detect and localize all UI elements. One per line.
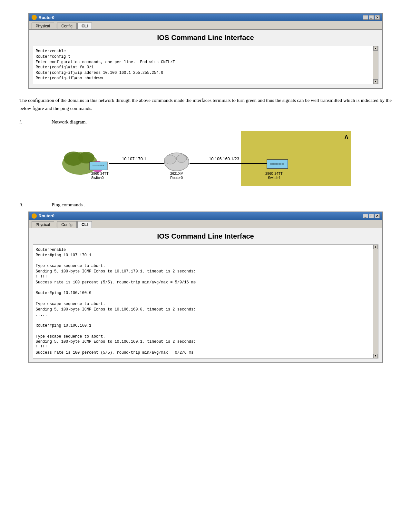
minimize-button[interactable]: _ bbox=[363, 15, 368, 20]
second-titlebar-left: Router0 bbox=[32, 213, 54, 219]
svg-text:Switch0: Switch0 bbox=[91, 176, 104, 180]
tab-config-1[interactable]: Config bbox=[57, 23, 77, 29]
scroll-up-1[interactable]: ▲ bbox=[373, 46, 378, 51]
first-router-window: Router0 _ □ ✕ Physical | Config CLI IOS … bbox=[28, 13, 383, 89]
second-router-icon bbox=[32, 213, 37, 219]
titlebar-left: Router0 bbox=[32, 15, 54, 20]
svg-text:10.106.160.1/23: 10.106.160.1/23 bbox=[209, 156, 239, 161]
svg-text:Router0: Router0 bbox=[170, 176, 183, 180]
first-window-title: Router0 bbox=[39, 15, 54, 20]
second-window-controls: _ □ ✕ bbox=[363, 214, 380, 218]
list-label-ii: ii. bbox=[19, 202, 52, 208]
second-scrollbar[interactable]: ▲ ▼ bbox=[373, 245, 378, 358]
tab-divider-2: | bbox=[55, 221, 57, 228]
router-icon bbox=[32, 15, 37, 20]
second-close-button[interactable]: ✕ bbox=[375, 214, 380, 218]
second-router-content: IOS Command Line Interface Router>enable… bbox=[29, 228, 382, 362]
svg-point-14 bbox=[164, 155, 176, 164]
body-paragraph: The configuration of the domains in this… bbox=[19, 96, 392, 113]
first-cli-text: Router>enable Router#config t Enter conf… bbox=[36, 49, 376, 81]
tab-physical-1[interactable]: Physical bbox=[32, 23, 54, 29]
tab-cli-1[interactable]: CLI bbox=[77, 23, 92, 29]
svg-point-15 bbox=[176, 155, 187, 163]
tab-config-2[interactable]: Config bbox=[57, 221, 77, 228]
list-item-ii: ii. Ping commands . bbox=[19, 202, 392, 208]
scroll-down-2[interactable]: ▼ bbox=[373, 354, 378, 358]
svg-text:Switch4: Switch4 bbox=[268, 176, 280, 180]
tab-physical-2[interactable]: Physical bbox=[32, 221, 54, 228]
close-button[interactable]: ✕ bbox=[375, 15, 380, 20]
svg-text:2960-24TT: 2960-24TT bbox=[265, 172, 283, 175]
scroll-up-2[interactable]: ▲ bbox=[373, 245, 378, 249]
second-router-window: Router0 _ □ ✕ Physical | Config CLI IOS … bbox=[28, 212, 383, 363]
svg-rect-0 bbox=[241, 131, 351, 186]
list-item-i: i. Network diagram. bbox=[19, 119, 392, 125]
first-titlebar: Router0 _ □ ✕ bbox=[29, 14, 382, 21]
first-router-content: IOS Command Line Interface Router>enable… bbox=[29, 30, 382, 88]
second-ios-title: IOS Command Line Interface bbox=[33, 232, 378, 241]
svg-text:A: A bbox=[344, 134, 348, 141]
second-window-title: Router0 bbox=[39, 213, 54, 218]
second-titlebar: Router0 _ □ ✕ bbox=[29, 212, 382, 220]
window-controls: _ □ ✕ bbox=[363, 15, 380, 20]
list-label-i: i. bbox=[19, 119, 52, 125]
first-tab-bar: Physical | Config CLI bbox=[29, 21, 382, 30]
svg-text:▭▭▭▭: ▭▭▭▭ bbox=[93, 163, 104, 167]
second-minimize-button[interactable]: _ bbox=[363, 214, 368, 218]
second-maximize-button[interactable]: □ bbox=[369, 214, 374, 218]
second-cli-text: Router>enable Router#ping 10.107.170.1 T… bbox=[36, 247, 376, 356]
second-tab-bar: Physical | Config CLI bbox=[29, 220, 382, 228]
network-diagram-svg: 10.107.170.1 10.106.160.1/23 ▭▭▭▭ 2960-2… bbox=[44, 131, 367, 196]
maximize-button[interactable]: □ bbox=[369, 15, 374, 20]
network-diagram: 10.107.170.1 10.106.160.1/23 ▭▭▭▭ 2960-2… bbox=[44, 131, 367, 196]
svg-text:10.107.170.1: 10.107.170.1 bbox=[122, 156, 146, 161]
list-text-ii: Ping commands . bbox=[52, 202, 85, 208]
first-ios-title: IOS Command Line Interface bbox=[33, 34, 378, 42]
second-cli-area[interactable]: Router>enable Router#ping 10.107.170.1 T… bbox=[33, 244, 378, 359]
svg-text:2621XM: 2621XM bbox=[170, 172, 183, 175]
svg-text:▭▭▭▭▭: ▭▭▭▭▭ bbox=[270, 162, 284, 165]
first-scrollbar[interactable]: ▲ ▼ bbox=[373, 46, 378, 84]
tab-divider-1: | bbox=[55, 23, 57, 29]
first-cli-area[interactable]: Router>enable Router#config t Enter conf… bbox=[33, 46, 378, 84]
svg-text:2960-24TT: 2960-24TT bbox=[91, 172, 109, 175]
scroll-down-1[interactable]: ▼ bbox=[373, 79, 378, 84]
list-text-i: Network diagram. bbox=[52, 119, 87, 125]
tab-cli-2[interactable]: CLI bbox=[77, 221, 92, 228]
